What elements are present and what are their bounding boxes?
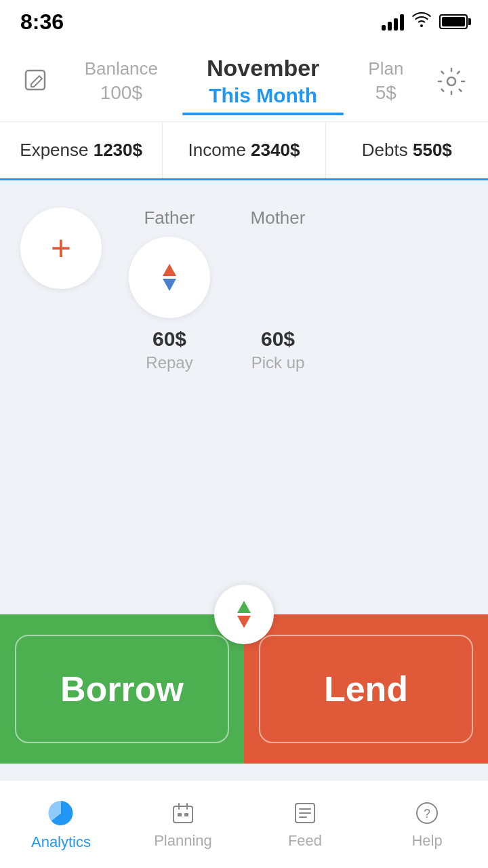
father-action: Repay xyxy=(146,353,192,372)
transfer-fab-button[interactable] xyxy=(214,585,274,644)
lend-button[interactable]: Lend xyxy=(244,614,488,764)
nav-feed[interactable]: Feed xyxy=(244,781,366,868)
nav-planning-label: Planning xyxy=(154,832,212,850)
status-time: 8:36 xyxy=(20,9,64,35)
tab-balance-title: Banlance xyxy=(85,58,158,79)
borrow-lend-section: Borrow Lend xyxy=(0,614,488,764)
mother-spacer xyxy=(237,237,319,318)
lend-inner: Lend xyxy=(259,635,474,743)
lend-label: Lend xyxy=(324,669,408,709)
debt-items: + Father 60$ Repay Mother 60$ Pick up xyxy=(20,208,468,372)
settings-button[interactable] xyxy=(428,58,474,105)
father-circle xyxy=(129,237,210,318)
signal-icon xyxy=(382,13,404,31)
nav-analytics-label: Analytics xyxy=(31,833,91,851)
nav-help[interactable]: ? Help xyxy=(366,781,488,868)
header-tabs: Banlance 100$ November This Month Plan 5… xyxy=(60,48,428,114)
mother-action: Pick up xyxy=(251,353,305,372)
debt-item-mother[interactable]: Mother 60$ Pick up xyxy=(237,208,319,372)
fab-arrow-up-icon xyxy=(237,601,251,613)
borrow-label: Borrow xyxy=(60,669,184,709)
fab-arrow-down-icon xyxy=(237,616,251,628)
tab-balance[interactable]: Banlance 100$ xyxy=(60,48,182,114)
svg-rect-4 xyxy=(178,813,182,816)
analytics-icon xyxy=(46,798,76,828)
add-debt-button[interactable]: + xyxy=(20,208,102,289)
father-name: Father xyxy=(144,208,195,229)
expense-amount: 1230$ xyxy=(94,140,142,160)
tab-balance-value: 100$ xyxy=(100,82,142,104)
debts-tab[interactable]: Debts 550$ xyxy=(326,122,488,178)
nav-feed-label: Feed xyxy=(288,832,322,850)
borrow-button[interactable]: Borrow xyxy=(0,614,244,764)
income-label: Income xyxy=(188,140,251,160)
edit-button[interactable] xyxy=(14,58,60,105)
tab-plan[interactable]: Plan 5$ xyxy=(344,48,428,114)
debt-item-father[interactable]: Father 60$ Repay xyxy=(129,208,210,372)
nav-help-label: Help xyxy=(411,832,442,850)
income-tab[interactable]: Income 2340$ xyxy=(163,122,325,178)
arrow-up-icon xyxy=(163,264,176,276)
father-amount: 60$ xyxy=(152,328,186,351)
summary-tabs: Expense 1230$ Income 2340$ Debts 550$ xyxy=(0,122,488,180)
status-bar: 8:36 xyxy=(0,0,488,41)
help-icon: ? xyxy=(413,800,441,827)
plus-icon: + xyxy=(51,231,71,266)
mother-amount: 60$ xyxy=(261,328,295,351)
main-content: + Father 60$ Repay Mother 60$ Pick up xyxy=(0,180,488,587)
add-circle: + xyxy=(20,208,102,289)
nav-planning[interactable]: Planning xyxy=(122,781,244,868)
svg-text:?: ? xyxy=(424,807,430,821)
planning-icon xyxy=(169,800,197,827)
svg-rect-5 xyxy=(184,813,188,816)
wifi-icon xyxy=(412,12,431,31)
income-amount: 2340$ xyxy=(251,140,300,160)
transfer-arrows-icon xyxy=(163,264,176,291)
transfer-fab-icon xyxy=(237,601,251,628)
mother-name: Mother xyxy=(251,208,306,229)
tab-plan-title: Plan xyxy=(368,58,403,79)
header: Banlance 100$ November This Month Plan 5… xyxy=(0,41,488,122)
bottom-nav: Analytics Planning Feed ? Help xyxy=(0,780,488,868)
svg-point-1 xyxy=(447,77,455,85)
tab-plan-value: 5$ xyxy=(375,82,396,104)
expense-tab[interactable]: Expense 1230$ xyxy=(0,122,163,178)
borrow-inner: Borrow xyxy=(15,635,230,743)
svg-rect-3 xyxy=(174,806,192,823)
battery-icon xyxy=(439,14,468,29)
status-icons xyxy=(382,12,468,31)
feed-icon xyxy=(291,800,319,827)
expense-label: Expense xyxy=(20,140,93,160)
nav-analytics[interactable]: Analytics xyxy=(0,781,122,868)
debts-amount: 550$ xyxy=(413,140,452,160)
tab-this-month[interactable]: November This Month xyxy=(182,48,344,114)
tab-month-title: November xyxy=(207,55,319,81)
tab-month-value: This Month xyxy=(209,84,317,107)
arrow-down-icon xyxy=(163,279,176,291)
debts-label: Debts xyxy=(362,140,413,160)
